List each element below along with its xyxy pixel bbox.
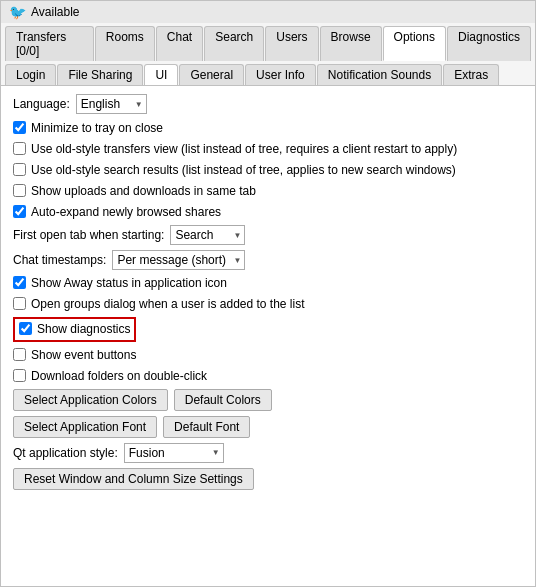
uploads-downloads-checkbox[interactable] xyxy=(13,184,26,197)
uploads-downloads-row: Show uploads and downloads in same tab xyxy=(13,183,523,201)
auto-expand-row: Auto-expand newly browsed shares xyxy=(13,204,523,222)
minimize-tray-label: Minimize to tray on close xyxy=(31,120,163,137)
download-folders-checkbox[interactable] xyxy=(13,369,26,382)
chat-timestamps-label: Chat timestamps: xyxy=(13,253,106,267)
qt-style-select[interactable]: FusionWindowsWindowsVista xyxy=(124,443,224,463)
main-tab-bar: Transfers [0/0]RoomsChatSearchUsersBrows… xyxy=(0,23,536,61)
old-style-search-checkbox[interactable] xyxy=(13,163,26,176)
sub-tab-filesharing[interactable]: File Sharing xyxy=(57,64,143,85)
sub-tab-userinfo[interactable]: User Info xyxy=(245,64,316,85)
sub-tab-general[interactable]: General xyxy=(179,64,244,85)
chat-timestamps-select-wrapper: Per message (short)Per message (long)Nev… xyxy=(112,250,245,270)
main-tab-diagnostics[interactable]: Diagnostics xyxy=(447,26,531,61)
main-tab-users[interactable]: Users xyxy=(265,26,318,61)
language-select[interactable]: EnglishDeutschFrançaisEspañol xyxy=(76,94,147,114)
minimize-tray-checkbox[interactable] xyxy=(13,121,26,134)
checkboxes-group1: Minimize to tray on closeUse old-style t… xyxy=(13,120,523,222)
download-folders-label: Download folders on double-click xyxy=(31,368,207,385)
main-tab-browse[interactable]: Browse xyxy=(320,26,382,61)
main-tab-options[interactable]: Options xyxy=(383,26,446,61)
show-away-label: Show Away status in application icon xyxy=(31,275,227,292)
font-button-row: Select Application Font Default Font xyxy=(13,416,523,438)
show-away-checkbox[interactable] xyxy=(13,276,26,289)
qt-style-select-wrapper: FusionWindowsWindowsVista xyxy=(124,443,224,463)
show-away-row: Show Away status in application icon xyxy=(13,275,523,293)
open-groups-checkbox[interactable] xyxy=(13,297,26,310)
first-open-tab-select[interactable]: SearchTransfersRoomsChatUsersBrowse xyxy=(170,225,245,245)
open-groups-row: Open groups dialog when a user is added … xyxy=(13,296,523,314)
main-tab-search[interactable]: Search xyxy=(204,26,264,61)
reset-button-row: Reset Window and Column Size Settings xyxy=(13,468,523,490)
select-font-button[interactable]: Select Application Font xyxy=(13,416,157,438)
language-row: Language: EnglishDeutschFrançaisEspañol xyxy=(13,94,523,114)
sub-tab-extras[interactable]: Extras xyxy=(443,64,499,85)
old-style-transfers-label: Use old-style transfers view (list inste… xyxy=(31,141,457,158)
reset-button[interactable]: Reset Window and Column Size Settings xyxy=(13,468,254,490)
default-font-button[interactable]: Default Font xyxy=(163,416,250,438)
show-diagnostics-checkbox[interactable] xyxy=(19,322,32,335)
checkboxes-group2: Show Away status in application iconOpen… xyxy=(13,275,523,314)
select-colors-button[interactable]: Select Application Colors xyxy=(13,389,168,411)
chat-timestamps-row: Chat timestamps: Per message (short)Per … xyxy=(13,250,523,270)
sub-tab-notification[interactable]: Notification Sounds xyxy=(317,64,442,85)
qt-style-label: Qt application style: xyxy=(13,446,118,460)
colors-button-row: Select Application Colors Default Colors xyxy=(13,389,523,411)
old-style-search-row: Use old-style search results (list inste… xyxy=(13,162,523,180)
show-event-buttons-row: Show event buttons xyxy=(13,347,523,365)
default-colors-button[interactable]: Default Colors xyxy=(174,389,272,411)
sub-tab-ui[interactable]: UI xyxy=(144,64,178,85)
minimize-tray-row: Minimize to tray on close xyxy=(13,120,523,138)
first-open-tab-row: First open tab when starting: SearchTran… xyxy=(13,225,523,245)
show-diagnostics-label: Show diagnostics xyxy=(37,321,130,338)
sub-tab-login[interactable]: Login xyxy=(5,64,56,85)
qt-style-row: Qt application style: FusionWindowsWindo… xyxy=(13,443,523,463)
main-tab-chat[interactable]: Chat xyxy=(156,26,203,61)
show-event-buttons-checkbox[interactable] xyxy=(13,348,26,361)
bird-icon: 🐦 xyxy=(9,4,26,20)
old-style-transfers-row: Use old-style transfers view (list inste… xyxy=(13,141,523,159)
status-bar: 🐦 Available xyxy=(0,0,536,23)
old-style-search-label: Use old-style search results (list inste… xyxy=(31,162,456,179)
uploads-downloads-label: Show uploads and downloads in same tab xyxy=(31,183,256,200)
main-tab-transfers[interactable]: Transfers [0/0] xyxy=(5,26,94,61)
auto-expand-label: Auto-expand newly browsed shares xyxy=(31,204,221,221)
settings-panel: Language: EnglishDeutschFrançaisEspañol … xyxy=(1,86,535,503)
language-label: Language: xyxy=(13,97,70,111)
show-event-buttons-label: Show event buttons xyxy=(31,347,136,364)
auto-expand-checkbox[interactable] xyxy=(13,205,26,218)
content-area: LoginFile SharingUIGeneralUser InfoNotif… xyxy=(0,61,536,587)
download-folders-row: Download folders on double-click xyxy=(13,368,523,386)
language-select-wrapper: EnglishDeutschFrançaisEspañol xyxy=(76,94,147,114)
old-style-transfers-checkbox[interactable] xyxy=(13,142,26,155)
status-label: Available xyxy=(31,5,79,19)
main-tab-rooms[interactable]: Rooms xyxy=(95,26,155,61)
open-groups-label: Open groups dialog when a user is added … xyxy=(31,296,305,313)
show-diagnostics-row: Show diagnostics xyxy=(13,317,136,342)
first-open-tab-select-wrapper: SearchTransfersRoomsChatUsersBrowse xyxy=(170,225,245,245)
chat-timestamps-select[interactable]: Per message (short)Per message (long)Nev… xyxy=(112,250,245,270)
sub-tab-bar: LoginFile SharingUIGeneralUser InfoNotif… xyxy=(1,61,535,86)
checkboxes-group3: Show event buttonsDownload folders on do… xyxy=(13,347,523,386)
first-open-tab-label: First open tab when starting: xyxy=(13,228,164,242)
